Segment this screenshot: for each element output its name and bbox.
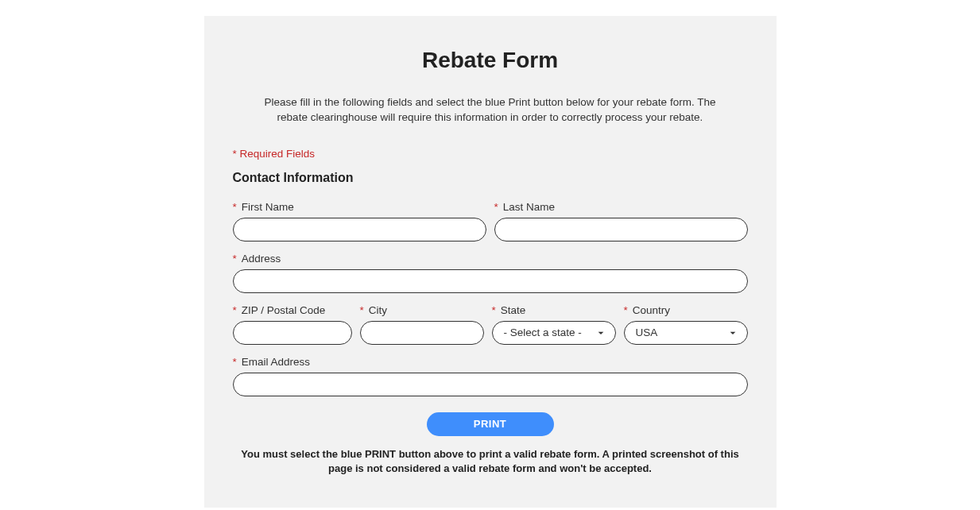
input-city[interactable] [360, 321, 484, 345]
label-first-name: *First Name [233, 201, 486, 213]
field-state: *State - Select a state - [492, 304, 616, 345]
field-email: *Email Address [233, 356, 748, 396]
field-country: *Country USA [624, 304, 748, 345]
required-fields-note: * Required Fields [233, 148, 748, 160]
input-email[interactable] [233, 373, 748, 396]
label-state-text: State [501, 304, 526, 316]
row-location: *ZIP / Postal Code *City *State - Select… [233, 304, 748, 345]
rebate-form-container: Rebate Form Please fill in the following… [204, 16, 777, 508]
field-city: *City [360, 304, 484, 345]
page-title: Rebate Form [233, 48, 748, 73]
row-address: *Address [233, 253, 748, 293]
row-name: *First Name *Last Name [233, 201, 748, 241]
field-address: *Address [233, 253, 748, 293]
disclaimer-text: You must select the blue PRINT button ab… [236, 447, 745, 476]
form-description: Please fill in the following fields and … [256, 95, 725, 126]
label-address-text: Address [242, 253, 281, 265]
input-zip[interactable] [233, 321, 352, 345]
label-last-name-text: Last Name [503, 201, 555, 213]
label-country: *Country [624, 304, 748, 316]
select-state[interactable]: - Select a state - [492, 321, 616, 345]
label-country-text: Country [633, 304, 670, 316]
input-last-name[interactable] [494, 218, 748, 241]
label-city-text: City [369, 304, 387, 316]
input-address[interactable] [233, 269, 748, 293]
select-country[interactable]: USA [624, 321, 748, 345]
section-header-contact: Contact Information [233, 171, 748, 185]
field-first-name: *First Name [233, 201, 486, 241]
label-state: *State [492, 304, 616, 316]
label-city: *City [360, 304, 484, 316]
label-address: *Address [233, 253, 748, 265]
input-first-name[interactable] [233, 218, 486, 241]
label-email: *Email Address [233, 356, 748, 368]
label-zip: *ZIP / Postal Code [233, 304, 352, 316]
label-zip-text: ZIP / Postal Code [242, 304, 326, 316]
field-last-name: *Last Name [494, 201, 748, 241]
label-email-text: Email Address [242, 356, 310, 368]
label-last-name: *Last Name [494, 201, 748, 213]
label-first-name-text: First Name [242, 201, 294, 213]
field-zip: *ZIP / Postal Code [233, 304, 352, 345]
row-email: *Email Address [233, 356, 748, 396]
print-button[interactable]: PRINT [427, 412, 554, 436]
